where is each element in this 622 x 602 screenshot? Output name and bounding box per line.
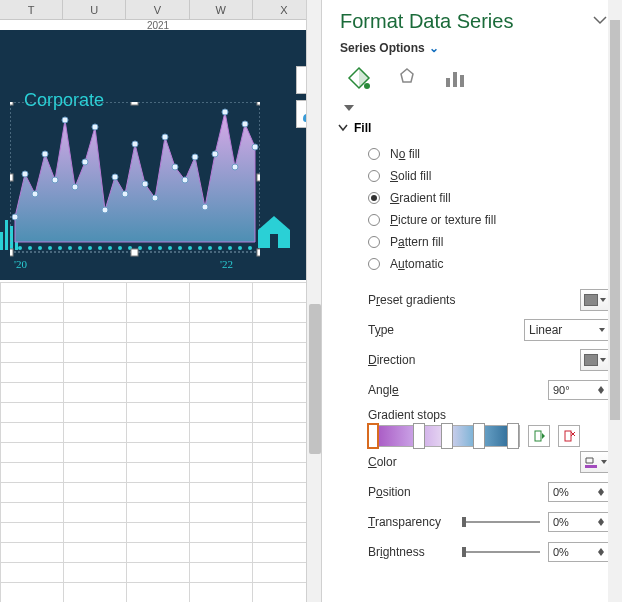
fill-option-picture[interactable]: Picture or texture fill <box>368 209 610 231</box>
fill-option-auto[interactable]: Automatic <box>368 253 610 275</box>
fill-option-gradient[interactable]: Gradient fill <box>368 187 610 209</box>
svg-rect-50 <box>10 102 13 105</box>
position-label: Position <box>368 485 411 499</box>
type-dropdown[interactable]: Linear <box>524 319 610 341</box>
svg-point-30 <box>58 246 62 250</box>
svg-point-28 <box>38 246 42 250</box>
svg-point-25 <box>252 144 258 150</box>
col-W[interactable]: W <box>190 0 253 19</box>
fill-option-label: Gradient fill <box>390 191 451 205</box>
svg-point-44 <box>198 246 202 250</box>
svg-point-3 <box>32 191 38 197</box>
embedded-chart[interactable]: Corporate '20 '22 <box>0 30 306 280</box>
worksheet-area: T U V W X 2021 Corporate '20 '22 <box>0 0 316 602</box>
svg-point-12 <box>122 191 128 197</box>
svg-point-11 <box>112 174 118 180</box>
svg-point-59 <box>364 83 370 89</box>
svg-rect-60 <box>446 78 450 87</box>
svg-point-7 <box>72 184 78 190</box>
col-U[interactable]: U <box>63 0 126 19</box>
svg-point-33 <box>88 246 92 250</box>
svg-rect-61 <box>453 72 457 87</box>
svg-point-34 <box>98 246 102 250</box>
position-spinner[interactable]: 0% <box>548 482 610 502</box>
svg-point-21 <box>212 151 218 157</box>
caret-icon <box>601 460 607 464</box>
svg-point-1 <box>12 214 18 220</box>
transparency-slider[interactable] <box>462 521 540 523</box>
svg-rect-51 <box>131 102 138 105</box>
svg-rect-54 <box>257 174 260 181</box>
svg-point-8 <box>82 159 88 165</box>
direction-dropdown[interactable] <box>580 349 610 371</box>
svg-point-49 <box>248 246 252 250</box>
svg-point-48 <box>238 246 242 250</box>
radio-icon <box>368 170 380 182</box>
axis-label-start: '20 <box>14 258 27 270</box>
gradient-stop-3[interactable] <box>441 423 453 449</box>
col-V[interactable]: V <box>126 0 189 19</box>
preset-gradients-label: Preset gradients <box>368 293 455 307</box>
remove-stop-icon <box>562 429 576 443</box>
transparency-label: Transparency <box>368 515 441 529</box>
chevron-down-icon: ⌄ <box>429 41 439 55</box>
fill-section-header[interactable]: Fill <box>338 121 610 135</box>
svg-point-26 <box>18 246 22 250</box>
svg-point-47 <box>228 246 232 250</box>
color-dropdown[interactable] <box>580 451 610 473</box>
gradient-stops-bar[interactable] <box>368 425 520 447</box>
remove-stop-button[interactable] <box>558 425 580 447</box>
svg-point-19 <box>192 154 198 160</box>
caret-icon <box>600 298 606 302</box>
transparency-spinner[interactable]: 0% <box>548 512 610 532</box>
brightness-spinner[interactable]: 0% <box>548 542 610 562</box>
col-T[interactable]: T <box>0 0 63 19</box>
svg-rect-58 <box>270 234 278 248</box>
vertical-scrollbar[interactable] <box>306 0 322 602</box>
svg-rect-63 <box>535 431 541 441</box>
svg-rect-56 <box>131 249 138 256</box>
gradient-stop-2[interactable] <box>413 423 425 449</box>
cell-year[interactable]: 2021 <box>0 20 316 30</box>
series-options-dropdown[interactable]: Series Options⌄ <box>340 41 610 55</box>
swatch-icon <box>584 354 598 366</box>
axis-label-end: '22 <box>220 258 233 270</box>
effects-tab[interactable] <box>392 63 422 93</box>
brightness-label: Brightness <box>368 545 425 559</box>
pane-collapse-button[interactable] <box>592 12 608 28</box>
fill-option-pattern[interactable]: Pattern fill <box>368 231 610 253</box>
gradient-stop-1[interactable] <box>367 423 379 449</box>
svg-point-43 <box>188 246 192 250</box>
fill-option-solid[interactable]: Solid fill <box>368 165 610 187</box>
series-options-tab[interactable] <box>440 63 470 93</box>
worksheet-grid[interactable] <box>0 282 306 602</box>
add-stop-icon <box>532 429 546 443</box>
paint-bucket-icon <box>583 455 599 469</box>
brightness-slider[interactable] <box>462 551 540 553</box>
radio-icon <box>368 192 380 204</box>
svg-point-14 <box>142 181 148 187</box>
angle-spinner[interactable]: 90° <box>548 380 610 400</box>
radio-icon <box>368 214 380 226</box>
house-icon <box>254 210 294 250</box>
svg-point-6 <box>62 117 68 123</box>
svg-point-10 <box>102 207 108 213</box>
radio-icon <box>368 148 380 160</box>
gradient-stop-5[interactable] <box>507 423 519 449</box>
fill-radio-group: No fillSolid fillGradient fillPicture or… <box>368 143 610 275</box>
svg-point-23 <box>232 164 238 170</box>
svg-rect-62 <box>460 75 464 87</box>
gradient-stop-4[interactable] <box>473 423 485 449</box>
add-stop-button[interactable] <box>528 425 550 447</box>
svg-point-32 <box>78 246 82 250</box>
preset-gradients-dropdown[interactable] <box>580 289 610 311</box>
scrollbar-thumb[interactable] <box>309 304 321 454</box>
format-pane: Format Data Series Series Options⌄ Fill … <box>322 0 622 602</box>
chart-plot[interactable]: '20 '22 <box>10 102 260 272</box>
scrollbar-thumb[interactable] <box>610 20 620 420</box>
pane-scrollbar[interactable] <box>608 0 622 602</box>
fill-line-tab[interactable] <box>344 63 374 93</box>
fill-option-label: Automatic <box>390 257 443 271</box>
fill-option-no[interactable]: No fill <box>368 143 610 165</box>
type-label: Type <box>368 323 394 337</box>
